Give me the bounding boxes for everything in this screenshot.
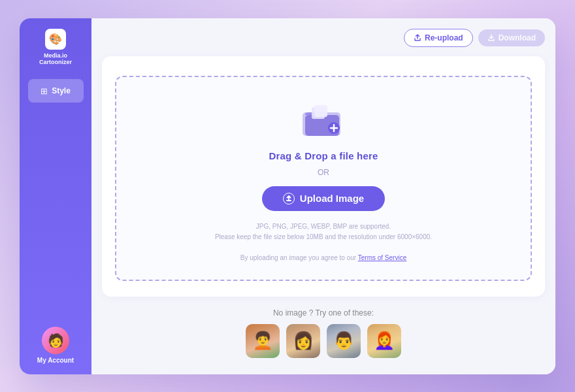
upload-card: Drag & Drop a file here OR Upload Image … — [102, 56, 545, 297]
style-icon: ⊞ — [41, 86, 48, 96]
download-icon — [487, 34, 495, 42]
sample-thumb-2[interactable]: 👩 — [286, 324, 320, 358]
main-content: Re-upload Download — [91, 18, 555, 374]
download-button[interactable]: Download — [478, 29, 545, 46]
reupload-icon — [414, 34, 421, 42]
drop-zone[interactable]: Drag & Drop a file here OR Upload Image … — [115, 76, 532, 281]
sidebar-item-style[interactable]: ⊞ Style — [28, 79, 84, 103]
app-window: 🎨 Media.io Cartoonizer ⊞ Style 🧑 My Acco… — [20, 18, 555, 374]
samples-label: No image ? Try one of these: — [273, 308, 374, 318]
reupload-button[interactable]: Re-upload — [404, 29, 473, 47]
svg-rect-3 — [314, 105, 327, 117]
drag-title: Drag & Drop a file here — [269, 150, 378, 161]
upload-icon — [283, 193, 295, 204]
terms-text: By uploading an image you agree to our T… — [240, 254, 406, 261]
account-avatar: 🧑 — [42, 327, 69, 354]
samples-section: No image ? Try one of these: 🧑‍🦱 👩 👨 👩‍🦰 — [102, 308, 545, 358]
sidebar-nav: ⊞ Style — [20, 79, 91, 103]
logo-icon-wrap: 🎨 — [45, 29, 66, 50]
samples-row: 🧑‍🦱 👩 👨 👩‍🦰 — [246, 324, 401, 358]
logo-text: Media.io Cartoonizer — [39, 52, 72, 67]
sample-thumb-3[interactable]: 👨 — [327, 324, 361, 358]
terms-link[interactable]: Terms of Service — [358, 254, 406, 261]
account-label: My Account — [37, 357, 74, 364]
avatar-emoji: 🧑 — [48, 333, 64, 348]
folder-svg — [300, 101, 347, 140]
folder-illustration — [300, 101, 347, 140]
supported-formats: JPG, PNG, JPEG, WEBP, BMP are supported.… — [215, 221, 432, 242]
sample-thumb-4[interactable]: 👩‍🦰 — [367, 324, 401, 358]
sidebar: 🎨 Media.io Cartoonizer ⊞ Style 🧑 My Acco… — [20, 18, 91, 374]
header: Re-upload Download — [102, 29, 545, 47]
upload-button[interactable]: Upload Image — [262, 186, 385, 211]
or-text: OR — [318, 168, 329, 177]
logo-emoji: 🎨 — [49, 33, 62, 45]
sidebar-item-label: Style — [52, 86, 71, 95]
sidebar-account[interactable]: 🧑 My Account — [37, 327, 74, 364]
sidebar-logo: 🎨 Media.io Cartoonizer — [33, 29, 78, 67]
sample-thumb-1[interactable]: 🧑‍🦱 — [246, 324, 280, 358]
